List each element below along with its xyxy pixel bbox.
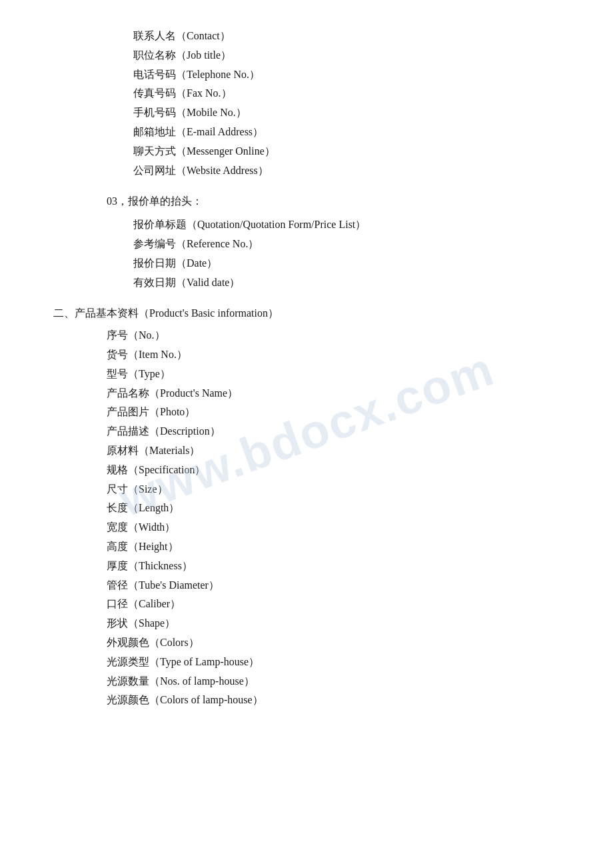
list-item: 报价日期（Date）	[133, 254, 573, 273]
list-item: 光源颜色（Colors of lamp-house）	[107, 691, 573, 710]
list-item: 外观颜色（Colors）	[107, 633, 573, 653]
list-item: 产品名称（Product's Name）	[107, 384, 573, 403]
list-item: 报价单标题（Quotation/Quotation Form/Price Lis…	[133, 215, 573, 235]
section-number-title: 03，报价单的抬头：	[53, 192, 573, 211]
list-item: 传真号码（Fax No.）	[133, 84, 573, 103]
contact-info-section: 联系人名（Contact） 职位名称（Job title） 电话号码（Telep…	[53, 27, 573, 180]
list-item: 邮箱地址（E-mail Address）	[133, 123, 573, 142]
list-item: 产品描述（Description）	[107, 422, 573, 441]
list-item: 光源数量（Nos. of lamp-house）	[107, 672, 573, 691]
list-item: 职位名称（Job title）	[133, 46, 573, 65]
list-item: 高度（Height）	[107, 537, 573, 557]
list-item: 货号（Item No.）	[107, 345, 573, 365]
list-item: 口径（Caliber）	[107, 595, 573, 614]
list-item: 规格（Specification）	[107, 461, 573, 480]
list-item: 形状（Shape）	[107, 614, 573, 633]
list-item: 管径（Tube's Diameter）	[107, 576, 573, 595]
list-item: 聊天方式（Messenger Online）	[133, 142, 573, 161]
quotation-items: 报价单标题（Quotation/Quotation Form/Price Lis…	[53, 215, 573, 292]
product-items: 序号（No.） 货号（Item No.） 型号（Type） 产品名称（Produ…	[53, 326, 573, 710]
list-item: 序号（No.）	[107, 326, 573, 345]
list-item: 电话号码（Telephone No.）	[133, 65, 573, 85]
list-item: 尺寸（Size）	[107, 480, 573, 499]
list-item: 光源类型（Type of Lamp-house）	[107, 653, 573, 672]
list-item: 长度（Length）	[107, 499, 573, 518]
main-section-title: 二、产品基本资料（Product's Basic information）	[53, 304, 573, 323]
list-item: 原材料（Materials）	[107, 441, 573, 461]
list-item: 联系人名（Contact）	[133, 27, 573, 46]
list-item: 参考编号（Reference No.）	[133, 235, 573, 254]
list-item: 产品图片（Photo）	[107, 403, 573, 422]
product-basic-section: 二、产品基本资料（Product's Basic information） 序号…	[53, 304, 573, 710]
page-content: 联系人名（Contact） 职位名称（Job title） 电话号码（Telep…	[53, 27, 573, 710]
list-item: 手机号码（Mobile No.）	[133, 103, 573, 123]
list-item: 有效日期（Valid date）	[133, 273, 573, 293]
list-item: 型号（Type）	[107, 365, 573, 384]
list-item: 公司网址（Website Address）	[133, 161, 573, 181]
list-item: 厚度（Thickness）	[107, 557, 573, 576]
quotation-header-section: 03，报价单的抬头： 报价单标题（Quotation/Quotation For…	[53, 192, 573, 292]
list-item: 宽度（Width）	[107, 518, 573, 537]
